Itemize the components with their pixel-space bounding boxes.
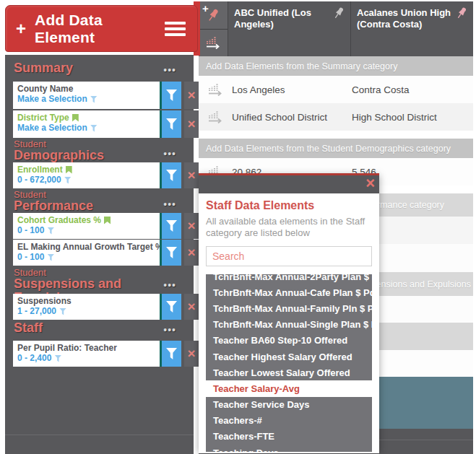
filter-district-type: District Type Make a Selection × — [13, 110, 199, 138]
filter-button[interactable] — [162, 213, 182, 239]
plus-icon: + — [16, 19, 26, 39]
modal-description: All available data elements in the Staff… — [206, 216, 372, 239]
chart-arrow-icon — [199, 110, 232, 123]
funnel-icon — [47, 227, 54, 235]
filter-per-pupil-ratio-teacher: Per Pupil Ratio: Teacher 0 - 2,400 × — [13, 341, 199, 367]
cell-value: Los Angeles — [232, 84, 352, 95]
chart-arrow-icon — [199, 83, 232, 96]
section-summary: Summary ••• — [14, 61, 186, 75]
filter-enrollment: Enrollment 0 - 672,000 × — [13, 162, 199, 188]
filter-label: Suspensions — [17, 296, 155, 306]
add-data-element-row-button[interactable] — [199, 30, 228, 57]
funnel-icon — [166, 301, 177, 313]
funnel-icon — [166, 247, 177, 258]
list-item[interactable]: Teachers-FTE — [206, 429, 372, 445]
filter-value: 0 - 672,000 — [17, 175, 61, 185]
comparison-header: + — [199, 1, 473, 56]
section-title: Staff — [14, 321, 186, 335]
category-band-student-demographics: Add Data Elements from the Student Demog… — [199, 139, 473, 158]
filter-value: 0 - 2,400 — [17, 353, 51, 364]
funnel-icon — [59, 308, 66, 315]
list-item[interactable]: TchrBnft-Max Annual-Cafe Plan $ Pd — [206, 284, 372, 300]
filter-label: County Name — [17, 84, 155, 94]
filter-el-growth-target: EL Making Annual Growth Target % 0 - 100… — [13, 240, 199, 266]
section-menu-button[interactable]: ••• — [163, 279, 176, 291]
list-item[interactable]: Teacher Lowest Salary Offered — [206, 364, 372, 380]
filter-value: Make a Selection — [17, 123, 87, 134]
add-data-element-header[interactable]: + Add Data Element — [5, 5, 198, 52]
filter-value: 0 - 100 — [17, 225, 44, 236]
data-row-district-type: Unified School District High School Dist… — [199, 103, 473, 131]
section-title: Summary — [14, 61, 186, 75]
pin-district-button[interactable]: + — [199, 1, 228, 29]
staff-data-elements-modal: × Staff Data Elements All available data… — [199, 173, 379, 451]
funnel-icon — [166, 118, 177, 130]
filter-label: Enrollment — [17, 165, 63, 175]
section-menu-button[interactable]: ••• — [163, 324, 176, 336]
filter-label: Cohort Graduates % — [17, 215, 101, 225]
section-title: Performance — [14, 199, 186, 213]
search-input[interactable] — [206, 246, 372, 266]
remove-filter-button[interactable]: × — [184, 82, 199, 109]
list-item[interactable]: Teacher BA60 Step-10 Offered — [206, 333, 372, 349]
bookmark-icon — [66, 166, 72, 174]
cell-value: Unified School District — [232, 112, 352, 123]
remove-filter-button[interactable]: × — [184, 240, 199, 266]
remove-filter-button[interactable]: × — [184, 213, 199, 239]
sidebar-divider — [5, 435, 194, 435]
list-item[interactable]: Teaching Days — [206, 445, 372, 452]
filter-cohort-graduates: Cohort Graduates % 0 - 100 × — [13, 213, 199, 239]
filter-label: District Type — [17, 113, 69, 123]
filters-sidebar: Summary ••• County Name Make a Selection… — [5, 55, 194, 454]
funnel-icon — [166, 348, 177, 359]
page-title: Add Data Element — [35, 12, 165, 46]
section-student-performance: Student Performance ••• — [14, 190, 186, 213]
column-header-abc-unified[interactable]: ABC Unified (Los Angeles) — [228, 1, 350, 56]
filter-button[interactable] — [162, 294, 182, 320]
list-item[interactable]: TchrBnft-Max Annual-2Party Plan $ Pd — [206, 274, 372, 284]
funnel-icon — [166, 170, 177, 181]
section-title: Demographics — [14, 149, 186, 162]
filter-button[interactable] — [162, 82, 182, 109]
filter-button[interactable] — [162, 162, 182, 188]
pushpin-icon[interactable] — [454, 6, 469, 20]
section-staff: Staff ••• — [14, 321, 186, 335]
filter-county-name: County Name Make a Selection × — [13, 82, 199, 109]
column-header-acalanes-union[interactable]: Acalanes Union High (Contra Costa) — [350, 1, 473, 56]
filter-value: 0 - 100 — [17, 252, 44, 263]
section-menu-button[interactable]: ••• — [163, 148, 176, 160]
funnel-icon — [54, 355, 61, 362]
funnel-icon — [166, 220, 177, 232]
close-icon[interactable]: × — [365, 175, 375, 192]
funnel-icon — [47, 254, 54, 261]
section-menu-button[interactable]: ••• — [163, 198, 176, 210]
plus-icon: + — [202, 2, 209, 14]
section-menu-button[interactable]: ••• — [163, 64, 176, 76]
filter-button[interactable] — [162, 341, 182, 367]
cell-value: Contra Costa — [352, 84, 473, 95]
filter-label: EL Making Annual Growth Target % — [17, 242, 155, 252]
funnel-icon — [90, 96, 98, 103]
remove-filter-button[interactable]: × — [184, 162, 199, 188]
hamburger-menu-icon[interactable] — [165, 19, 186, 39]
bookmark-icon — [104, 217, 111, 224]
remove-filter-button[interactable]: × — [184, 341, 199, 367]
funnel-icon — [64, 177, 72, 184]
filter-button[interactable] — [162, 240, 182, 266]
list-item[interactable]: Teacher Service Days — [206, 397, 372, 413]
list-item[interactable]: TchrBnft-Max Annual-Family Pln $ Pd — [206, 300, 372, 316]
filter-value: 1 - 27,000 — [17, 306, 56, 317]
list-item[interactable]: Teachers-# — [206, 413, 372, 429]
filter-value: Make a Selection — [17, 94, 87, 105]
filter-button[interactable] — [162, 110, 182, 138]
filter-suspensions: Suspensions 1 - 27,000 × — [13, 294, 199, 320]
pushpin-icon[interactable] — [332, 6, 346, 20]
list-item[interactable]: TchrBnft-Max Annual-Single Plan $ Pd — [206, 317, 372, 333]
list-item[interactable]: Teacher Highest Salary Offered — [206, 349, 372, 364]
bookmark-icon — [72, 114, 79, 122]
list-item-selected[interactable]: Teacher Salary-Avg — [206, 380, 372, 396]
remove-filter-button[interactable]: × — [184, 294, 199, 320]
section-student-demographics: Student Demographics ••• — [14, 139, 186, 162]
remove-filter-button[interactable]: × — [184, 110, 199, 138]
column-title: Acalanes Union High (Contra Costa) — [357, 7, 451, 30]
